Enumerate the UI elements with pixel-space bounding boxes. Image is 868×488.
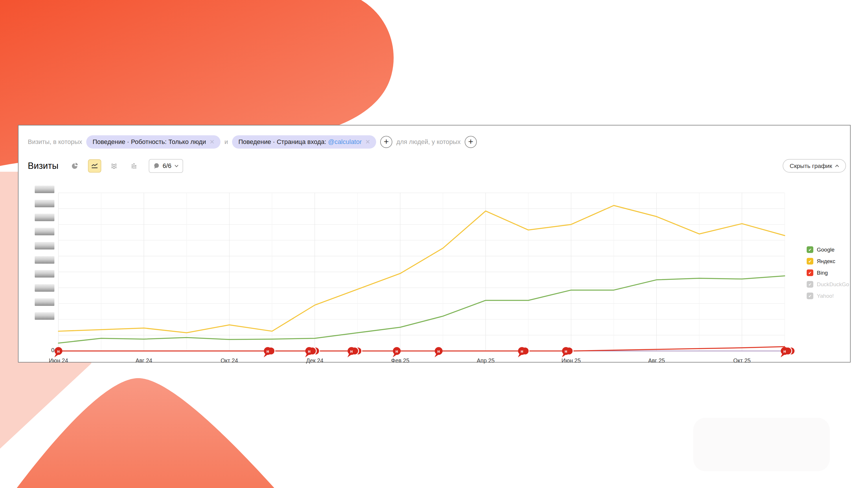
chevron-down-icon bbox=[175, 164, 179, 167]
annotation-marker[interactable]: н bbox=[781, 347, 795, 358]
y-axis-redacted-label bbox=[35, 312, 54, 320]
legend-item-bing[interactable]: ✔Bing bbox=[807, 269, 849, 276]
legend-label: Яндекс bbox=[817, 258, 835, 264]
legend-checkbox-icon[interactable]: ✔ bbox=[807, 258, 813, 264]
y-axis-redacted-label bbox=[35, 298, 54, 306]
series-line-google bbox=[58, 276, 785, 343]
x-axis-label: Июн 24 bbox=[49, 357, 68, 364]
x-axis-label: Окт 24 bbox=[221, 357, 238, 364]
hide-chart-button[interactable]: Скрыть график bbox=[783, 159, 846, 172]
x-axis-label: Окт 25 bbox=[733, 357, 750, 364]
y-axis-redacted-label bbox=[35, 284, 54, 292]
filter-chip-robotness[interactable]: Поведение · Роботность: Только люди ✕ bbox=[86, 135, 220, 149]
x-axis-label: Дек 24 bbox=[306, 357, 323, 364]
pink-band-shape bbox=[0, 172, 19, 364]
annotation-letter: н bbox=[565, 349, 567, 354]
filter-prefix-label: Визиты, в которых bbox=[28, 138, 82, 146]
chart-type-pie-button[interactable] bbox=[68, 159, 82, 172]
add-people-filter-button[interactable]: + bbox=[465, 136, 477, 148]
annotation-letter: н bbox=[437, 349, 440, 354]
columns-chart-icon bbox=[130, 162, 138, 170]
annotation-marker[interactable]: н bbox=[435, 347, 443, 358]
screenshot-root: { "background": { "blob_gradient": ["#f4… bbox=[0, 0, 868, 488]
chart-type-columns-button[interactable] bbox=[127, 159, 141, 172]
chart-type-line-button[interactable] bbox=[88, 159, 101, 172]
legend-checkbox-icon[interactable]: ✔ bbox=[807, 246, 813, 253]
annotation-letter: н bbox=[308, 349, 310, 354]
legend-checkbox-icon[interactable]: ✔ bbox=[807, 281, 813, 288]
close-icon[interactable]: ✕ bbox=[365, 138, 371, 145]
legend-item-google[interactable]: ✔Google bbox=[807, 246, 849, 253]
legend-item-yahoo[interactable]: ✔Yahoo! bbox=[807, 293, 849, 299]
legend-item-яндекс[interactable]: ✔Яндекс bbox=[807, 258, 849, 264]
y-axis-redacted-label bbox=[35, 270, 54, 278]
x-axis-label: Июн 25 bbox=[561, 357, 581, 364]
chart-type-area-button[interactable] bbox=[107, 159, 121, 172]
legend-checkbox-icon[interactable]: ✔ bbox=[807, 293, 813, 299]
annotations-dropdown[interactable]: 6/6 bbox=[149, 159, 183, 173]
annotations-count: 6/6 bbox=[163, 162, 172, 170]
pale-background-card bbox=[693, 418, 830, 471]
annotation-marker[interactable]: н bbox=[305, 347, 320, 358]
filter-chip-text: Поведение · Страница входа: @calculator bbox=[239, 138, 362, 146]
y-axis-redacted-label bbox=[35, 242, 54, 250]
y-axis-redacted-label bbox=[35, 214, 54, 221]
visits-chart[interactable]: Июн 24Авг 24Окт 24Дек 24Фев 25Апр 25Июн … bbox=[58, 193, 785, 351]
page-title: Визиты bbox=[28, 161, 58, 171]
add-filter-button[interactable]: + bbox=[380, 136, 392, 148]
annotation-marker[interactable]: н bbox=[347, 347, 362, 358]
stacked-area-icon bbox=[111, 162, 118, 170]
y-axis-redacted-label bbox=[35, 200, 54, 207]
close-icon[interactable]: ✕ bbox=[209, 138, 215, 145]
x-axis-label: Авг 25 bbox=[648, 357, 665, 364]
filter-chip-text: Поведение · Роботность: Только люди bbox=[93, 138, 206, 146]
legend-item-duckduckgo[interactable]: ✔DuckDuckGo bbox=[807, 281, 849, 288]
legend-label: DuckDuckGo bbox=[817, 281, 849, 288]
legend-label: Yahoo! bbox=[817, 293, 834, 299]
annotation-letter: н bbox=[521, 349, 523, 354]
comment-bubble-icon bbox=[153, 163, 160, 169]
series-line-bing bbox=[58, 347, 785, 351]
pie-chart-icon bbox=[71, 162, 79, 170]
hide-chart-label: Скрыть график bbox=[789, 162, 832, 169]
chevron-up-icon bbox=[835, 164, 839, 167]
annotation-marker[interactable]: н bbox=[54, 347, 62, 358]
entry-page-value-link[interactable]: @calculator bbox=[328, 138, 362, 145]
y-axis-redacted-label bbox=[35, 228, 54, 235]
annotation-letter: н bbox=[350, 349, 353, 354]
annotation-letter: н bbox=[783, 349, 786, 354]
y-axis-redacted-label bbox=[35, 186, 54, 193]
annotation-marker[interactable]: н bbox=[518, 347, 529, 358]
annotation-marker[interactable]: н bbox=[264, 347, 275, 358]
chart-legend: ✔Google✔Яндекс✔Bing✔DuckDuckGo✔Yahoo! bbox=[807, 246, 849, 299]
legend-label: Bing bbox=[817, 270, 828, 276]
annotation-letter: н bbox=[396, 349, 398, 354]
segment-filter-bar: Визиты, в которых Поведение · Роботность… bbox=[28, 135, 477, 149]
y-axis-zero-label: 0 bbox=[43, 347, 54, 354]
line-chart-icon bbox=[91, 162, 98, 170]
x-axis-label: Фев 25 bbox=[391, 357, 409, 364]
annotation-marker[interactable]: н bbox=[562, 347, 573, 358]
x-axis-label: Авг 24 bbox=[135, 357, 152, 364]
chart-toolbar: Визиты bbox=[28, 158, 183, 173]
annotation-letter: н bbox=[267, 349, 269, 354]
filter-conjunction-label: и bbox=[224, 138, 228, 146]
filter-chip-entry-page[interactable]: Поведение · Страница входа: @calculator … bbox=[232, 135, 376, 149]
x-axis-label: Апр 25 bbox=[477, 357, 495, 364]
legend-checkbox-icon[interactable]: ✔ bbox=[807, 269, 813, 276]
y-axis-redacted-label bbox=[35, 256, 54, 264]
filter-suffix-label: для людей, у которых bbox=[396, 138, 461, 146]
legend-label: Google bbox=[817, 247, 834, 253]
annotation-marker[interactable]: н bbox=[393, 347, 401, 358]
annotation-letter: н bbox=[57, 349, 60, 354]
visits-widget-panel: Визиты, в которых Поведение · Роботность… bbox=[18, 125, 850, 362]
